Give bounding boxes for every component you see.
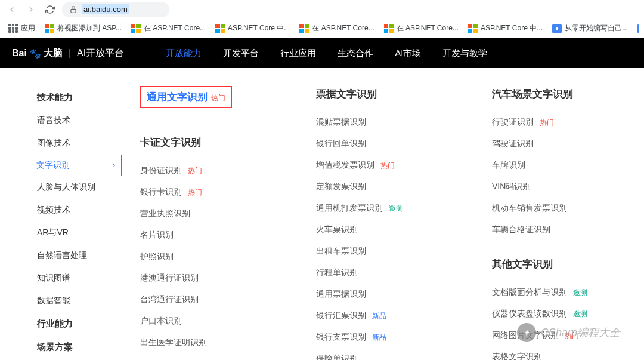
list-item[interactable]: 银行汇票识别 新品 [316,305,456,327]
back-button[interactable] [5,2,19,17]
sidebar-item-6[interactable]: AR与VR [30,221,122,244]
list-item[interactable]: 保险单识别 [316,348,456,360]
ms-icon [215,24,225,33]
site-logo[interactable]: Bai🐾大脑 | AI开放平台 [12,47,124,60]
apps-icon [8,24,18,33]
list-item[interactable]: 驾驶证识别 [492,133,632,155]
list-item[interactable]: 火车票识别 [316,219,456,241]
sidebar-item-7[interactable]: 自然语言处理 [30,244,122,267]
ms-icon [299,24,309,33]
sidebar-item-4[interactable]: 人脸与人体识别 [30,176,122,199]
sidebar: 技术能力语音技术图像技术文字识别›人脸与人体识别视频技术AR与VR自然语言处理知… [30,86,122,360]
url-text: ai.baidu.com [82,4,129,14]
bookmark-item[interactable]: ●ASP.NET... [634,21,639,36]
watermark: ✦ CSharp编程大全 [517,323,620,342]
bookmark-item[interactable]: ASP.NET Core 中... [465,21,546,36]
sidebar-item-0[interactable]: 技术能力 [30,86,122,109]
sidebar-item-9[interactable]: 数据智能 [30,290,122,312]
site-icon: ● [637,24,639,33]
list-item[interactable]: 通用票据识别 [316,284,456,305]
column-2: 票据文字识别 混贴票据识别银行回单识别增值税发票识别 热门定额发票识别通用机打发… [316,86,456,360]
list-item[interactable]: 定额发票识别 [316,176,456,198]
paw-icon: 🐾 [29,48,41,59]
list-item[interactable]: 行驶证识别 热门 [492,112,632,133]
bookmark-item[interactable]: ASP.NET Core 中... [212,21,293,36]
ms-icon [384,24,394,33]
list-item[interactable]: 增值税发票识别 热门 [316,155,456,176]
site-top-nav: Bai🐾大脑 | AI开放平台 开放能力开发平台行业应用生态合作AI市场开发与教… [0,38,644,68]
new-badge: 新品 [372,312,386,320]
column-3: 汽车场景文字识别 行驶证识别 热门驾驶证识别车牌识别VIN码识别机动车销售发票识… [492,86,632,360]
nav-link-4[interactable]: AI市场 [395,48,421,59]
sidebar-item-10[interactable]: 行业能力 [30,312,122,336]
list-item[interactable]: 银行回单识别 [316,133,456,155]
column-1: 通用文字识别热门 卡证文字识别 身份证识别 热门银行卡识别 热门营业执照识别名片… [140,86,280,360]
lock-icon [69,5,78,14]
nav-link-2[interactable]: 行业应用 [280,48,316,59]
bookmark-item[interactable]: 在 ASP.NET Core... [380,21,462,36]
browser-toolbar: ai.baidu.com [0,0,644,19]
hot-badge: 热门 [188,167,202,175]
list-item[interactable]: 港澳通行证识别 [140,267,280,289]
list-item[interactable]: 银行支票识别 新品 [316,327,456,348]
list-item[interactable]: 银行卡识别 热门 [140,181,280,203]
sidebar-item-8[interactable]: 知识图谱 [30,267,122,290]
nav-link-3[interactable]: 生态合作 [338,48,373,59]
apps-label: 应用 [21,23,35,33]
col1-title-card-ocr: 卡证文字识别 [140,134,280,149]
list-item[interactable]: 户口本识别 [140,310,280,332]
bookmark-item[interactable]: 在 ASP.NET Core... [296,21,377,36]
list-item[interactable]: 护照识别 [140,246,280,267]
list-item[interactable]: 车辆合格证识别 [492,219,632,241]
hot-badge: 热门 [188,188,202,196]
sidebar-item-5[interactable]: 视频技术 [30,199,122,221]
invite-badge: 邀测 [389,204,403,213]
ms-icon [45,24,54,33]
chevron-right-icon: › [113,161,115,170]
ms-icon [468,24,478,33]
reload-button[interactable] [43,2,57,17]
col1-title-general-ocr[interactable]: 通用文字识别热门 [140,86,232,108]
hot-badge: 热门 [380,161,395,170]
list-item[interactable]: 台湾通行证识别 [140,289,280,310]
list-item[interactable]: 文档版面分析与识别 邀测 [492,282,632,303]
site-icon: ● [552,24,562,33]
sidebar-item-1[interactable]: 语音技术 [30,109,122,132]
sidebar-item-2[interactable]: 图像技术 [30,132,122,155]
col3-title-vehicle-ocr: 汽车场景文字识别 [492,86,632,101]
wechat-icon: ✦ [517,323,536,342]
list-item[interactable]: 车牌识别 [492,155,632,176]
sidebar-item-3[interactable]: 文字识别› [30,155,122,176]
apps-shortcut[interactable]: 应用 [5,21,39,36]
list-item[interactable]: 出租车票识别 [316,241,456,262]
address-bar[interactable]: ai.baidu.com [62,2,169,17]
nav-link-0[interactable]: 开放能力 [166,48,202,59]
invite-badge: 邀测 [573,310,587,318]
list-item[interactable]: 通用机打发票识别 邀测 [316,198,456,219]
list-item[interactable]: 混贴票据识别 [316,112,456,133]
list-item[interactable]: 出生医学证明识别 [140,332,280,353]
col2-title-receipt-ocr: 票据文字识别 [316,86,456,101]
list-item[interactable]: 身份证识别 热门 [140,160,280,181]
col3-title-other-ocr: 其他文字识别 [492,256,632,271]
main-content: 技术能力语音技术图像技术文字识别›人脸与人体识别视频技术AR与VR自然语言处理知… [0,68,644,360]
sidebar-item-11[interactable]: 场景方案 [30,336,122,359]
bookmark-item[interactable]: ●从零开始编写自己... [549,21,631,36]
nav-link-1[interactable]: 开发平台 [223,48,259,59]
list-item[interactable]: 机动车销售发票识别 [492,198,632,219]
bookmark-item[interactable]: 在 ASP.NET Core... [128,21,209,36]
list-item[interactable]: 行程单识别 [316,262,456,284]
bookmark-item[interactable]: 将视图添加到 ASP... [41,21,125,36]
hot-badge: 热门 [211,94,225,102]
hot-badge: 热门 [540,118,554,127]
forward-button[interactable] [24,2,38,17]
nav-link-5[interactable]: 开发与教学 [442,48,487,59]
list-item[interactable]: VIN码识别 [492,176,632,198]
list-item[interactable]: 名片识别 [140,224,280,246]
list-item[interactable]: 表格文字识别 [492,346,632,360]
svg-rect-0 [71,9,76,13]
list-item[interactable]: 仪器仪表盘读数识别 邀测 [492,303,632,325]
new-badge: 新品 [372,333,386,341]
list-item[interactable]: 营业执照识别 [140,203,280,224]
ms-icon [131,24,141,33]
